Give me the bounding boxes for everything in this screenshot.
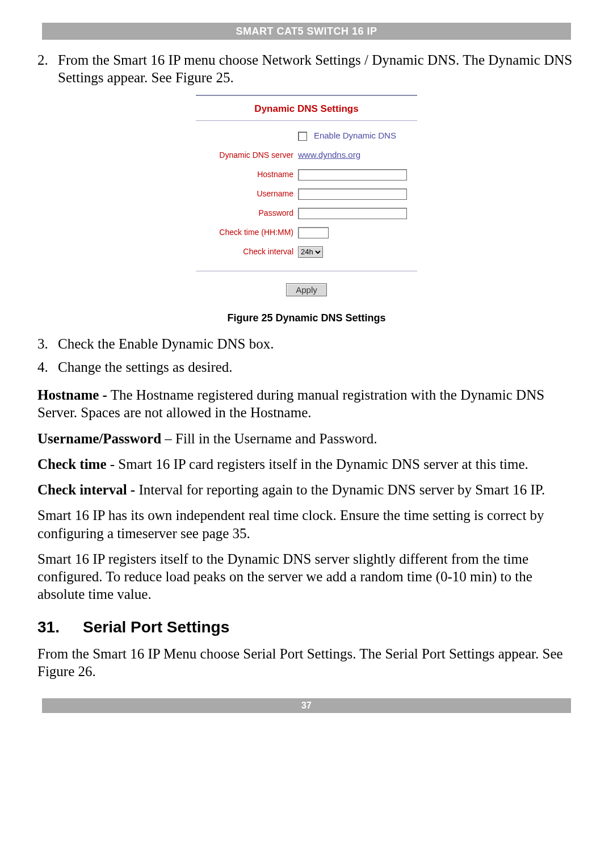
body-content: 2. From the Smart 16 IP menu choose Netw… [37,51,576,680]
list-item: 4. Change the settings as desired. [37,358,576,376]
figure-caption: Figure 25 Dynamic DNS Settings [37,312,576,325]
section-number: 31. [37,617,83,637]
para-hostname-bold: Hostname - [37,387,107,402]
list-number: 2. [37,51,58,87]
para-checkinterval-bold: Check interval - [37,482,135,497]
para-hostname-text: The Hostname registered during manual re… [37,387,544,420]
hostname-row: Hostname [200,165,413,184]
enable-dns-label: Enable Dynamic DNS [314,131,396,140]
checkinterval-row: Check interval 24h [200,242,413,262]
list-text: Change the settings as desired. [58,358,233,376]
enable-dns-row: Enable Dynamic DNS [200,127,413,146]
username-input[interactable] [298,188,407,200]
username-row: Username [200,184,413,204]
dynamic-dns-panel: Dynamic DNS Settings Enable Dynamic DNS … [196,95,417,305]
para-rtc: Smart 16 IP has its own independent real… [37,506,576,542]
checktime-row: Check time (HH:MM) [200,223,413,242]
section-title: Serial Port Settings [83,618,229,636]
password-input[interactable] [298,208,407,219]
para-checktime: Check time - Smart 16 IP card registers … [37,455,576,473]
list-text: From the Smart 16 IP menu choose Network… [58,51,576,87]
apply-button[interactable]: Apply [286,283,327,296]
dns-server-label: Dynamic DNS server [200,150,298,161]
para-register: Smart 16 IP registers itself to the Dyna… [37,550,576,603]
list-item: 2. From the Smart 16 IP menu choose Netw… [37,51,576,87]
page-footer: 37 [42,698,571,713]
para-checkinterval: Check interval - Interval for reporting … [37,481,576,498]
hostname-input[interactable] [298,169,407,181]
list-number: 4. [37,358,58,376]
panel-title: Dynamic DNS Settings [196,95,417,121]
dns-server-link[interactable]: www.dyndns.org [298,150,360,160]
para-checkinterval-text: Interval for reporting again to the Dyna… [135,482,545,497]
para-userpass: Username/Password – Fill in the Username… [37,430,576,447]
para-userpass-bold: Username/Password [37,431,161,446]
section-text: From the Smart 16 IP Menu choose Serial … [37,645,576,681]
list-number: 3. [37,335,58,353]
enable-dns-checkbox[interactable] [298,132,307,141]
section-heading: 31.Serial Port Settings [37,617,576,637]
list-text: Check the Enable Dynamic DNS box. [58,335,274,353]
checkinterval-label: Check interval [200,247,298,257]
hostname-label: Hostname [200,170,298,180]
para-checktime-text: - Smart 16 IP card registers itself in t… [107,456,528,472]
page-header: SMART CAT5 SWITCH 16 IP [42,23,571,40]
dns-server-row: Dynamic DNS server www.dyndns.org [200,146,413,165]
para-userpass-text: – Fill in the Username and Password. [161,431,377,446]
para-hostname: Hostname - The Hostname registered durin… [37,386,576,422]
list-item: 3. Check the Enable Dynamic DNS box. [37,335,576,353]
username-label: Username [200,189,298,199]
checktime-input[interactable] [298,227,329,238]
password-label: Password [200,208,298,219]
checkinterval-select[interactable]: 24h [298,246,323,258]
checktime-label: Check time (HH:MM) [200,228,298,238]
para-checktime-bold: Check time [37,456,107,472]
panel-footer: Apply [196,271,417,305]
password-row: Password [200,204,413,223]
